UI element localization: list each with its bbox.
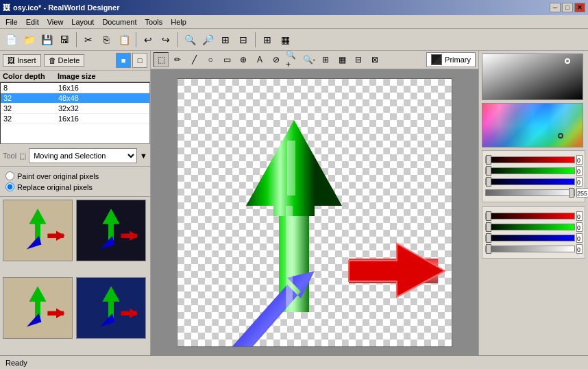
title-bar: 🖼 osy.ico* - RealWorld Designer ─ □ ✕ xyxy=(0,0,588,15)
green-slider-row-2: 0 xyxy=(485,222,582,232)
thumb-canvas-2 xyxy=(80,204,142,257)
flip-v-btn[interactable]: ⊠ xyxy=(367,52,382,67)
red-slider-2[interactable] xyxy=(485,213,575,219)
zoom-out-tool-btn[interactable]: 🔍- xyxy=(302,52,317,67)
menu-document[interactable]: Document xyxy=(98,16,140,27)
fit-button[interactable]: ⊞ xyxy=(217,32,234,48)
image-list-header: Color depth Image size xyxy=(0,71,150,82)
toolbar-separator-4 xyxy=(255,32,256,47)
image-row-1[interactable]: 8 16x16 xyxy=(1,83,149,93)
green-value-2: 0 xyxy=(576,222,583,232)
insert-icon: 🖼 xyxy=(8,56,15,64)
color-picker-bw[interactable] xyxy=(482,53,583,100)
depth-4: 32 xyxy=(3,115,58,123)
bw-color-marker xyxy=(565,58,570,64)
select-tool-btn[interactable]: ⬚ xyxy=(154,52,169,67)
menu-view[interactable]: View xyxy=(43,16,68,27)
primary-color-section: Primary xyxy=(426,52,476,67)
thumb-1[interactable] xyxy=(3,200,73,261)
undo-button[interactable]: ↩ xyxy=(140,32,156,48)
blue-slider[interactable] xyxy=(485,178,575,185)
menu-tools[interactable]: Tools xyxy=(141,16,167,27)
zoom-in-tool-btn[interactable]: 🔍+ xyxy=(285,52,300,67)
left-panel: 🖼 Insert 🗑 Delete ■ □ Color depth Image … xyxy=(0,51,151,355)
color-picker-hue[interactable] xyxy=(482,103,583,147)
pencil-tool-btn[interactable]: ✏ xyxy=(170,52,185,67)
tool-icon: ⬚ xyxy=(19,152,26,160)
thumb-3[interactable] xyxy=(3,277,73,339)
tool-label: Tool xyxy=(3,152,16,160)
save-button[interactable]: 💾 xyxy=(38,32,55,48)
green-value: 0 xyxy=(576,166,583,176)
insert-button[interactable]: 🖼 Insert xyxy=(3,54,41,67)
replace-radio[interactable] xyxy=(5,182,14,191)
paint-option-2-row: Replace original pixels xyxy=(5,182,145,191)
green-slider[interactable] xyxy=(485,167,575,174)
eraser-tool-btn[interactable]: ⊘ xyxy=(269,52,284,67)
tool-select-row: Tool ⬚ Moving and Selection ▼ xyxy=(3,148,147,163)
tile-tool-btn[interactable]: ▦ xyxy=(334,52,350,67)
delete-icon: 🗑 xyxy=(49,56,56,64)
rulers-button[interactable]: ▦ xyxy=(277,32,293,48)
zoom-out-button[interactable]: 🔎 xyxy=(199,32,216,48)
open-button[interactable]: 📁 xyxy=(21,32,37,48)
red-value: 0 xyxy=(576,155,583,165)
alpha-slider-1[interactable] xyxy=(485,189,575,196)
format-btn-1[interactable]: ■ xyxy=(116,53,131,68)
main-area: 🖼 Insert 🗑 Delete ■ □ Color depth Image … xyxy=(0,51,588,355)
primary-color-swatch xyxy=(431,54,442,65)
circle-tool-btn[interactable]: ○ xyxy=(203,52,218,67)
canvas-area[interactable] xyxy=(151,69,478,355)
status-text: Ready xyxy=(5,359,27,367)
menu-layout[interactable]: Layout xyxy=(67,16,98,27)
size-3: 32x32 xyxy=(58,104,147,112)
image-row-4[interactable]: 32 16x16 xyxy=(1,114,149,124)
toolbar-separator-1 xyxy=(76,32,77,47)
menu-help[interactable]: Help xyxy=(167,16,191,27)
cut-button[interactable]: ✂ xyxy=(80,32,97,48)
col-depth-header: Color depth xyxy=(3,72,58,80)
red-slider[interactable] xyxy=(485,156,575,163)
tool-dropdown[interactable]: Moving and Selection xyxy=(29,148,137,163)
close-button[interactable]: ✕ xyxy=(574,3,585,12)
menu-edit[interactable]: Edit xyxy=(22,16,43,27)
zoom-in-button[interactable]: 🔍 xyxy=(182,32,198,48)
col-size-header: Image size xyxy=(58,72,147,80)
alpha-slider-row-2: 0 xyxy=(485,244,582,254)
thumb-2[interactable] xyxy=(76,200,146,261)
thumbnails-grid xyxy=(0,197,150,355)
image-list[interactable]: 8 16x16 32 48x48 32 32x32 32 16x16 xyxy=(0,82,150,144)
grid-button[interactable]: ⊞ xyxy=(259,32,275,48)
primary-label: Primary xyxy=(445,56,471,64)
format-buttons: ■ □ xyxy=(116,53,147,68)
menu-file[interactable]: File xyxy=(1,16,22,27)
image-row-2[interactable]: 32 48x48 xyxy=(1,93,149,104)
paint-over-radio[interactable] xyxy=(5,171,14,180)
delete-button[interactable]: 🗑 Delete xyxy=(44,54,85,67)
paste-button[interactable]: 📋 xyxy=(116,32,132,48)
rect-tool-btn[interactable]: ▭ xyxy=(219,52,234,67)
minimize-button[interactable]: ─ xyxy=(550,3,561,12)
redo-button[interactable]: ↪ xyxy=(158,32,174,48)
fill-tool-btn[interactable]: ⊕ xyxy=(236,52,251,67)
actual-size-button[interactable]: ⊟ xyxy=(235,32,252,48)
green-slider-2[interactable] xyxy=(485,224,575,230)
format-btn-2[interactable]: □ xyxy=(132,53,147,68)
maximize-button[interactable]: □ xyxy=(562,3,573,12)
menu-bar: File Edit View Layout Document Tools Hel… xyxy=(0,15,588,29)
paint-options: Paint over original pixels Replace origi… xyxy=(0,167,150,197)
blue-slider-2[interactable] xyxy=(485,235,575,241)
save-as-button[interactable]: 🖫 xyxy=(56,32,73,48)
grid-tool-btn[interactable]: ⊞ xyxy=(318,52,333,67)
image-row-3[interactable]: 32 32x32 xyxy=(1,104,149,114)
primary-color-badge[interactable]: Primary xyxy=(426,52,476,67)
text-tool-btn[interactable]: A xyxy=(252,52,267,67)
line-tool-btn[interactable]: ╱ xyxy=(186,52,201,67)
flip-h-btn[interactable]: ⊟ xyxy=(351,52,366,67)
new-button[interactable]: 📄 xyxy=(3,32,19,48)
alpha-slider-2[interactable] xyxy=(485,246,575,252)
main-pixel-canvas[interactable] xyxy=(177,78,452,347)
copy-button[interactable]: ⎘ xyxy=(98,32,114,48)
thumb-4[interactable] xyxy=(76,277,146,339)
depth-1: 8 xyxy=(3,84,58,92)
